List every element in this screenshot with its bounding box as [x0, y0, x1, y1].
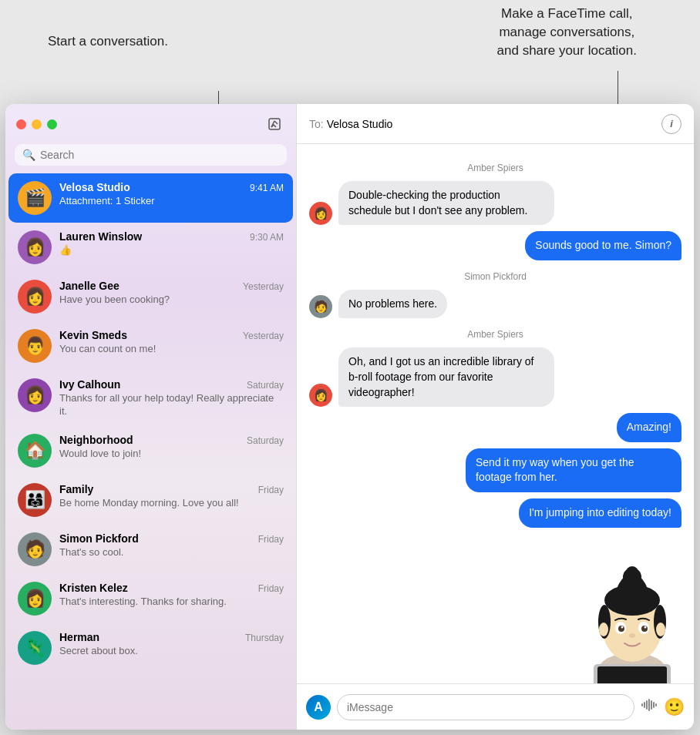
conv-preview-janelle: Have you been cooking? [59, 294, 284, 307]
conv-time-neighborhood: Saturday [247, 435, 284, 446]
conv-content-herman: HermanThursdaySecret about box. [59, 631, 284, 658]
audio-button[interactable] [641, 698, 658, 716]
chat-messages: Amber Spiers👩Double-checking the product… [297, 144, 694, 546]
close-button[interactable] [16, 119, 26, 129]
conv-content-lauren: Lauren Winslow9:30 AM👍 [59, 230, 284, 257]
avatar-neighborhood: 🏠 [18, 434, 52, 468]
compose-button[interactable] [264, 113, 285, 135]
conv-content-kevin: Kevin SmedsYesterdayYou can count on me! [59, 329, 284, 356]
conversation-list: 🎬Velosa Studio9:41 AMAttachment: 1 Stick… [5, 173, 296, 730]
memoji-area [297, 552, 694, 683]
svg-point-19 [629, 633, 635, 638]
conversation-item-simon[interactable]: 🧑Simon PickfordFridayThat's so cool. [8, 525, 293, 574]
conv-time-family: Friday [258, 485, 284, 495]
svg-rect-24 [644, 702, 645, 708]
avatar-ivy: 👩 [18, 378, 52, 412]
conv-content-family: FamilyFridayBe home Monday morning. Love… [59, 483, 284, 510]
annotation-left: Start a conversation. [48, 32, 168, 51]
conv-preview-ivy: Thanks for all your help today! Really a… [59, 392, 284, 418]
sender-label: Amber Spiers [309, 329, 681, 340]
conv-preview-herman: Secret about box. [59, 645, 284, 658]
svg-rect-28 [653, 702, 655, 708]
sender-label: Simon Pickford [309, 271, 681, 282]
svg-point-12 [656, 623, 665, 636]
conv-name-family: Family [59, 483, 93, 495]
message-row-incoming: 👩Oh, and I got us an incredible library … [309, 347, 681, 407]
svg-point-8 [626, 566, 638, 579]
chat-header-name: Velosa Studio [327, 118, 661, 130]
conversation-item-neighborhood[interactable]: 🏠NeighborhoodSaturdayWould love to join! [8, 426, 293, 475]
conv-content-neighborhood: NeighborhoodSaturdayWould love to join! [59, 434, 284, 461]
conv-name-kristen: Kristen Kelez [59, 582, 128, 594]
conversation-item-velosa[interactable]: 🎬Velosa Studio9:41 AMAttachment: 1 Stick… [8, 173, 293, 223]
message-bubble-incoming: No problems here. [338, 290, 447, 319]
chat-input-area: A 🙂 [297, 683, 694, 730]
svg-point-17 [621, 626, 624, 629]
sidebar: 🔍 🎬Velosa Studio9:41 AMAttachment: 1 Sti… [5, 104, 297, 730]
conv-name-janelle: Janelle Gee [59, 280, 119, 292]
conv-name-herman: Herman [59, 631, 99, 643]
conversation-item-family[interactable]: 👨‍👩‍👧FamilyFridayBe home Monday morning.… [8, 475, 293, 525]
emoji-button[interactable]: 🙂 [664, 697, 685, 717]
msg-avatar-amber: 👩 [309, 202, 332, 225]
search-icon: 🔍 [22, 149, 35, 161]
avatar-janelle: 👩 [18, 280, 52, 314]
message-row-incoming: 👩Double-checking the production schedule… [309, 181, 681, 225]
conv-time-simon: Friday [258, 534, 284, 545]
conv-time-lauren: 9:30 AM [250, 232, 284, 243]
sidebar-titlebar [5, 104, 296, 144]
avatar-herman: 🦎 [18, 631, 52, 665]
conv-time-ivy: Saturday [247, 380, 284, 391]
message-bubble-outgoing: I'm jumping into editing today! [519, 498, 681, 528]
svg-rect-21 [597, 666, 667, 683]
conversation-item-kristen[interactable]: 👩Kristen KelezFridayThat's interesting. … [8, 574, 293, 623]
conv-time-kristen: Friday [258, 583, 284, 594]
fullscreen-button[interactable] [47, 119, 57, 129]
message-bubble-outgoing: Amazing! [617, 413, 681, 442]
message-input[interactable] [337, 694, 634, 720]
conv-content-velosa: Velosa Studio9:41 AMAttachment: 1 Sticke… [59, 181, 284, 208]
conversation-item-kevin[interactable]: 👨Kevin SmedsYesterdayYou can count on me… [8, 321, 293, 371]
message-row-outgoing: Amazing! [309, 413, 681, 442]
avatar-lauren: 👩 [18, 230, 52, 264]
svg-rect-29 [655, 703, 657, 706]
chat-area: To: Velosa Studio i Amber Spiers👩Double-… [297, 104, 694, 730]
conversation-item-herman[interactable]: 🦎HermanThursdaySecret about box. [8, 623, 293, 673]
message-bubble-incoming: Oh, and I got us an incredible library o… [338, 347, 554, 407]
svg-rect-25 [646, 700, 648, 710]
info-button[interactable]: i [661, 114, 681, 134]
svg-rect-27 [651, 700, 652, 710]
conv-name-lauren: Lauren Winslow [59, 230, 142, 243]
chat-header: To: Velosa Studio i [297, 104, 694, 144]
conv-content-ivy: Ivy CalhounSaturdayThanks for all your h… [59, 378, 284, 418]
search-input[interactable] [40, 149, 279, 161]
memoji-image [578, 552, 686, 683]
conversation-item-lauren[interactable]: 👩Lauren Winslow9:30 AM👍 [8, 223, 293, 272]
message-bubble-outgoing: Send it my way when you get the footage … [466, 448, 681, 492]
message-row-incoming: 🧑No problems here. [309, 290, 681, 319]
svg-point-18 [644, 626, 647, 629]
avatar-simon: 🧑 [18, 532, 52, 566]
svg-rect-0 [269, 119, 280, 129]
msg-avatar-amber: 👩 [309, 384, 332, 407]
app-store-button[interactable]: A [306, 695, 331, 720]
conv-name-neighborhood: Neighborhood [59, 434, 133, 446]
conv-preview-kevin: You can count on me! [59, 343, 284, 356]
svg-rect-26 [648, 699, 650, 711]
messages-window: 🔍 🎬Velosa Studio9:41 AMAttachment: 1 Sti… [5, 104, 694, 730]
avatar-kristen: 👩 [18, 582, 52, 616]
conv-name-ivy: Ivy Calhoun [59, 378, 120, 391]
search-bar[interactable]: 🔍 [15, 144, 287, 166]
conv-preview-lauren: 👍 [59, 244, 284, 257]
conv-time-kevin: Yesterday [243, 331, 284, 341]
minimize-button[interactable] [32, 119, 42, 129]
conversation-item-janelle[interactable]: 👩Janelle GeeYesterdayHave you been cooki… [8, 272, 293, 321]
traffic-lights [16, 119, 57, 129]
message-row-outgoing: Send it my way when you get the footage … [309, 448, 681, 492]
conv-content-simon: Simon PickfordFridayThat's so cool. [59, 532, 284, 559]
conv-preview-family: Be home Monday morning. Love you all! [59, 497, 284, 510]
sender-label: Amber Spiers [309, 163, 681, 173]
conversation-item-ivy[interactable]: 👩Ivy CalhounSaturdayThanks for all your … [8, 371, 293, 426]
conv-preview-kristen: That's interesting. Thanks for sharing. [59, 596, 284, 609]
message-bubble-outgoing: Sounds good to me. Simon? [525, 231, 681, 260]
